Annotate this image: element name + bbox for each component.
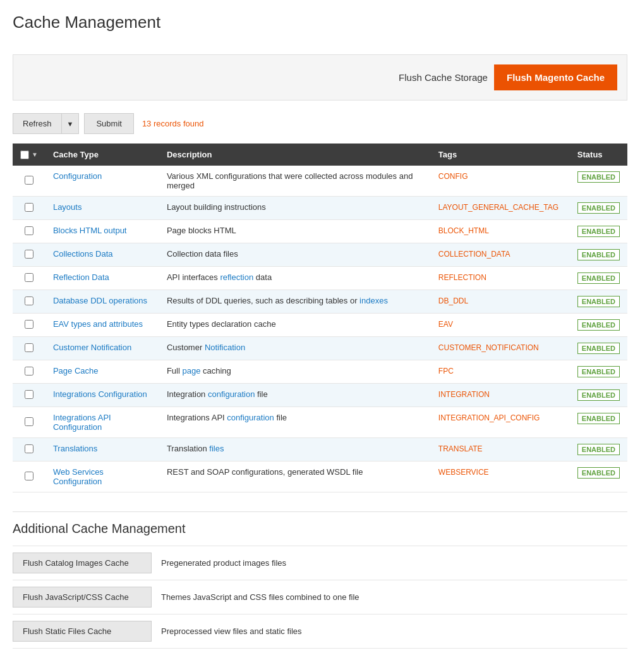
row-checkbox[interactable] — [25, 226, 33, 235]
description-link[interactable]: configuration — [208, 389, 255, 399]
tag-value: COLLECTION_DATA — [438, 250, 510, 259]
table-row: Integrations ConfigurationIntegration co… — [13, 384, 627, 407]
tag-value: LAYOUT_GENERAL_CACHE_TAG — [438, 203, 558, 212]
table-row: Reflection DataAPI interfaces reflection… — [13, 267, 627, 290]
row-checkbox[interactable] — [25, 203, 33, 212]
additional-cache-description: Preprocessed view files and static files — [161, 626, 302, 636]
status-badge: ENABLED — [577, 413, 620, 424]
row-checkbox[interactable] — [25, 390, 33, 399]
additional-cache-button[interactable]: Flush JavaScript/CSS Cache — [13, 587, 152, 608]
cache-type-link[interactable]: Reflection Data — [53, 272, 109, 282]
row-checkbox[interactable] — [25, 250, 33, 259]
cache-type-link[interactable]: Integrations API Configuration — [53, 413, 111, 432]
tag-value: INTEGRATION — [438, 390, 490, 399]
records-found: 13 records found — [142, 119, 204, 128]
toolbar: Refresh ▼ Submit 13 records found — [13, 113, 627, 134]
th-description: Description — [159, 144, 431, 166]
table-row: Page CacheFull page cachingFPCENABLED — [13, 360, 627, 384]
table-row: Blocks HTML outputPage blocks HTMLBLOCK_… — [13, 220, 627, 243]
additional-cache-button[interactable]: Flush Catalog Images Cache — [13, 553, 152, 573]
refresh-dropdown-button[interactable]: ▼ — [62, 114, 79, 133]
cache-type-link[interactable]: Page Cache — [53, 366, 99, 376]
cache-type-link[interactable]: Blocks HTML output — [53, 226, 127, 235]
th-tags: Tags — [431, 144, 570, 166]
tag-value: FPC — [438, 367, 454, 376]
cache-type-link[interactable]: Integrations Configuration — [53, 389, 147, 399]
select-dropdown-icon[interactable]: ▼ — [32, 151, 38, 158]
description-link[interactable]: page — [182, 366, 200, 376]
status-badge: ENABLED — [577, 343, 620, 354]
cache-type-link[interactable]: Customer Notification — [53, 343, 131, 352]
row-checkbox[interactable] — [25, 176, 33, 185]
row-checkbox[interactable] — [25, 343, 33, 352]
refresh-group: Refresh ▼ — [13, 113, 79, 134]
cache-type-link[interactable]: Configuration — [53, 171, 102, 181]
table-row: ConfigurationVarious XML configurations … — [13, 166, 627, 197]
table-header-row: ▼ Cache Type Description Tags Status — [13, 144, 627, 166]
row-checkbox[interactable] — [25, 417, 33, 426]
status-badge: ENABLED — [577, 226, 620, 237]
cache-description: Results of DDL queries, such as describi… — [159, 290, 431, 314]
cache-description: Translation files — [159, 438, 431, 461]
cache-description: Customer Notification — [159, 337, 431, 360]
cache-description: API interfaces reflection data — [159, 267, 431, 290]
row-checkbox[interactable] — [25, 273, 33, 282]
table-row: Collections DataCollection data filesCOL… — [13, 243, 627, 267]
top-bar: Flush Cache Storage Flush Magento Cache — [13, 54, 627, 101]
description-link[interactable]: files — [209, 444, 224, 453]
table-row: Integrations API ConfigurationIntegratio… — [13, 407, 627, 438]
submit-button[interactable]: Submit — [84, 113, 133, 134]
additional-cache-description: Themes JavaScript and CSS files combined… — [161, 592, 359, 602]
status-badge: ENABLED — [577, 444, 620, 455]
row-checkbox[interactable] — [25, 320, 33, 329]
additional-rows: Flush Catalog Images CachePregenerated p… — [13, 546, 627, 649]
cache-description: Collection data files — [159, 243, 431, 267]
row-checkbox[interactable] — [25, 367, 33, 376]
flush-cache-storage-button[interactable]: Flush Cache Storage — [399, 72, 488, 83]
table-row: TranslationsTranslation filesTRANSLATEEN… — [13, 438, 627, 461]
flush-magento-cache-button[interactable]: Flush Magento Cache — [494, 64, 617, 90]
tag-value: CONFIG — [438, 172, 468, 181]
additional-row: Flush JavaScript/CSS CacheThemes JavaScr… — [13, 580, 627, 614]
cache-type-link[interactable]: Collections Data — [53, 249, 113, 259]
cache-description: REST and SOAP configurations, generated … — [159, 461, 431, 492]
cache-type-link[interactable]: EAV types and attributes — [53, 319, 143, 329]
status-badge: ENABLED — [577, 249, 620, 260]
status-badge: ENABLED — [577, 467, 620, 479]
cache-type-link[interactable]: Translations — [53, 444, 97, 453]
cache-description: Layout building instructions — [159, 197, 431, 220]
row-checkbox[interactable] — [25, 296, 33, 305]
cache-description: Integration configuration file — [159, 384, 431, 407]
tag-value: BLOCK_HTML — [438, 226, 489, 235]
cache-description: Integrations API configuration file — [159, 407, 431, 438]
tag-value: CUSTOMER_NOTIFICATION — [438, 343, 539, 352]
status-badge: ENABLED — [577, 389, 620, 401]
table-row: EAV types and attributesEntity types dec… — [13, 314, 627, 337]
refresh-button[interactable]: Refresh — [13, 114, 62, 133]
tag-value: TRANSLATE — [438, 444, 483, 453]
table-row: Database DDL operationsResults of DDL qu… — [13, 290, 627, 314]
cache-description: Entity types declaration cache — [159, 314, 431, 337]
description-link[interactable]: indexes — [359, 296, 388, 305]
status-badge: ENABLED — [577, 171, 620, 183]
status-badge: ENABLED — [577, 366, 620, 377]
select-all-checkbox[interactable] — [20, 150, 29, 159]
cache-type-link[interactable]: Layouts — [53, 202, 82, 212]
tag-value: EAV — [438, 320, 453, 329]
table-row: LayoutsLayout building instructionsLAYOU… — [13, 197, 627, 220]
additional-cache-button[interactable]: Flush Static Files Cache — [13, 621, 152, 642]
cache-type-link[interactable]: Web Services Configuration — [53, 467, 104, 486]
th-select: ▼ — [13, 144, 45, 166]
description-link[interactable]: configuration — [227, 413, 274, 422]
row-checkbox[interactable] — [25, 472, 33, 480]
cache-type-link[interactable]: Database DDL operations — [53, 296, 147, 305]
description-link[interactable]: Notification — [205, 343, 245, 352]
status-badge: ENABLED — [577, 319, 620, 331]
additional-cache-description: Pregenerated product images files — [161, 558, 286, 568]
cache-description: Full page caching — [159, 360, 431, 384]
table-row: Web Services ConfigurationREST and SOAP … — [13, 461, 627, 492]
description-link[interactable]: reflection — [220, 272, 253, 282]
status-badge: ENABLED — [577, 296, 620, 307]
row-checkbox[interactable] — [25, 444, 33, 453]
cache-description: Page blocks HTML — [159, 220, 431, 243]
